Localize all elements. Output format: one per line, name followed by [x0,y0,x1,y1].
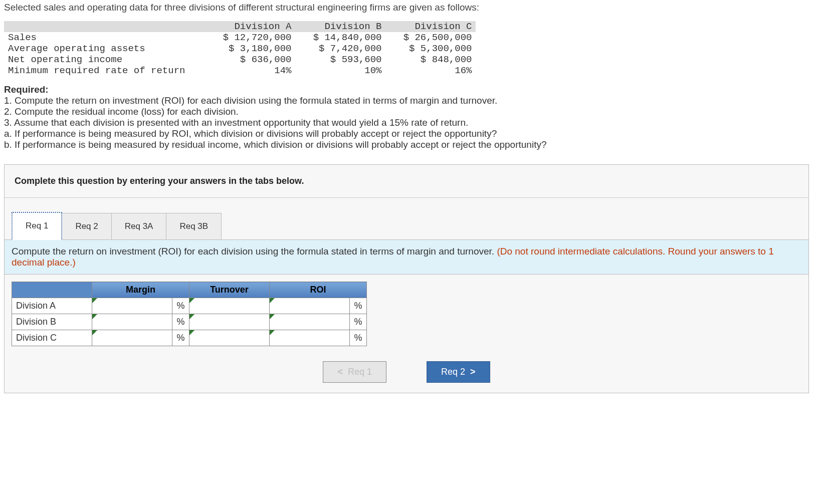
tab-content: Compute the return on investment (ROI) f… [5,240,808,275]
turnover-input-div-c[interactable] [189,330,270,346]
data-cell: $ 3,180,000 [205,43,295,54]
answer-row: Division B % % [12,314,367,330]
unit-percent: % [172,298,189,314]
answer-row: Division A % % [12,298,367,314]
margin-input-div-a[interactable] [92,298,172,314]
data-header-div-b: Division B [295,21,385,32]
data-header-div-a: Division A [205,21,295,32]
unit-percent: % [172,330,189,346]
tab-req-3a[interactable]: Req 3A [111,213,167,239]
roi-input-div-a[interactable] [270,298,350,314]
tab-req-1[interactable]: Req 1 [12,212,62,240]
answer-row-label: Division A [12,298,92,314]
tab-req-2[interactable]: Req 2 [62,213,111,239]
edit-indicator-icon [92,330,97,335]
answer-row-label: Division B [12,314,92,330]
required-section: Required: 1. Compute the return on inves… [4,84,809,150]
prev-button: < Req 1 [323,361,386,383]
chevron-right-icon: > [470,367,476,377]
unit-percent: % [350,330,367,346]
required-item: a. If performance is being measured by R… [4,128,809,139]
margin-input-div-b[interactable] [92,314,172,330]
data-row: Net operating income $ 636,000 $ 593,600… [4,54,476,65]
data-row: Minimum required rate of return 14% 10% … [4,65,476,76]
data-cell: $ 26,500,000 [385,32,476,43]
data-cell: 10% [295,65,385,76]
data-row-label: Net operating income [4,54,205,65]
data-row-label: Minimum required rate of return [4,65,205,76]
data-row-label: Average operating assets [4,43,205,54]
required-item: 2. Compute the residual income (loss) fo… [4,106,809,117]
answer-header-margin: Margin [92,282,189,298]
edit-indicator-icon [92,298,97,303]
required-item: b. If performance is being measured by r… [4,139,809,150]
next-button[interactable]: Req 2 > [427,361,490,383]
edit-indicator-icon [189,314,194,319]
turnover-input-div-a[interactable] [189,298,270,314]
answer-header-blank [12,282,92,298]
data-cell: $ 12,720,000 [205,32,295,43]
edit-indicator-icon [270,330,275,335]
tab-content-text: Compute the return on investment (ROI) f… [12,246,497,257]
data-cell: $ 636,000 [205,54,295,65]
data-cell: $ 7,420,000 [295,43,385,54]
data-row: Sales $ 12,720,000 $ 14,840,000 $ 26,500… [4,32,476,43]
edit-indicator-icon [189,298,194,303]
data-header-div-c: Division C [385,21,476,32]
data-cell: 16% [385,65,476,76]
data-table: Division A Division B Division C Sales $… [4,21,809,76]
chevron-left-icon: < [337,367,343,377]
answer-header-turnover: Turnover [189,282,270,298]
data-cell: $ 5,300,000 [385,43,476,54]
required-item: 1. Compute the return on investment (ROI… [4,95,809,106]
margin-input-div-c[interactable] [92,330,172,346]
required-title: Required: [4,84,809,95]
answer-table-wrap: Margin Turnover ROI Division A % % Divis… [5,275,808,353]
unit-percent: % [172,314,189,330]
data-header-blank [4,21,205,32]
data-row: Average operating assets $ 3,180,000 $ 7… [4,43,476,54]
data-cell: 14% [205,65,295,76]
nav-buttons: < Req 1 Req 2 > [5,353,808,393]
turnover-input-div-b[interactable] [189,314,270,330]
answer-row-label: Division C [12,330,92,346]
tabs-row: Req 1 Req 2 Req 3A Req 3B [5,198,808,240]
edit-indicator-icon [92,314,97,319]
roi-input-div-c[interactable] [270,330,350,346]
answer-row: Division C % % [12,330,367,346]
required-item: 3. Assume that each division is presente… [4,117,809,128]
edit-indicator-icon [270,314,275,319]
unit-percent: % [350,314,367,330]
data-row-label: Sales [4,32,205,43]
tab-req-3b[interactable]: Req 3B [166,213,222,239]
data-cell: $ 593,600 [295,54,385,65]
data-cell: $ 14,840,000 [295,32,385,43]
answer-header-roi: ROI [270,282,367,298]
edit-indicator-icon [189,330,194,335]
instruction-bar: Complete this question by entering your … [5,165,808,198]
prev-button-label: Req 1 [348,367,372,377]
question-intro: Selected sales and operating data for th… [4,2,809,13]
roi-input-div-b[interactable] [270,314,350,330]
next-button-label: Req 2 [441,367,465,377]
unit-percent: % [350,298,367,314]
data-cell: $ 848,000 [385,54,476,65]
answer-area: Complete this question by entering your … [4,164,809,393]
edit-indicator-icon [270,298,275,303]
